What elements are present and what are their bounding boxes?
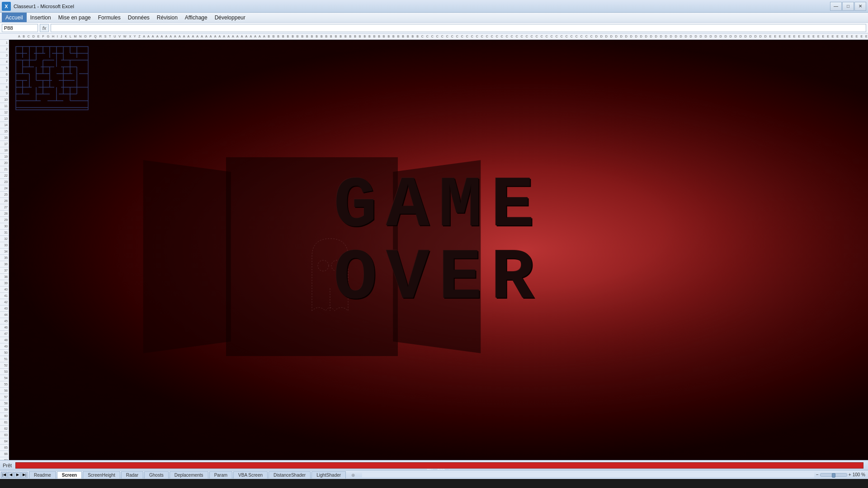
row-10: 10: [0, 97, 9, 103]
row-46: 46: [0, 324, 9, 331]
row-42: 42: [0, 299, 9, 305]
progress-bar: 0% - 838 pts: [15, 462, 863, 469]
tab-distance-shader[interactable]: DistanceShader: [269, 471, 311, 479]
first-sheet-button[interactable]: |◀: [1, 472, 7, 478]
zoom-in-icon[interactable]: +: [849, 472, 851, 477]
tunnel-left: [143, 160, 231, 353]
tab-extra: ⊕: [347, 472, 359, 479]
menu-insertion[interactable]: Insertion: [27, 13, 55, 22]
row-65: 65: [0, 445, 9, 451]
menu-donnees[interactable]: Données: [124, 13, 153, 22]
row-45: 45: [0, 318, 9, 324]
menu-mise-en-page[interactable]: Mise en page: [55, 13, 94, 22]
row-13: 13: [0, 116, 9, 122]
row-22: 22: [0, 173, 9, 179]
row-32: 32: [0, 236, 9, 242]
formula-bar: fx: [0, 23, 868, 33]
row-3: 3: [0, 52, 9, 59]
row-23: 23: [0, 179, 9, 185]
tab-light-shader[interactable]: LightShader: [311, 471, 346, 479]
row-56: 56: [0, 388, 9, 394]
tab-ghosts[interactable]: Ghosts: [144, 471, 169, 479]
row-34: 34: [0, 249, 9, 255]
row-6: 6: [0, 71, 9, 78]
row-27: 27: [0, 204, 9, 211]
formula-input[interactable]: [51, 24, 866, 32]
row-48: 48: [0, 337, 9, 343]
tab-deplacements[interactable]: Deplacements: [170, 471, 208, 479]
zoom-slider[interactable]: [820, 473, 847, 477]
row-24: 24: [0, 185, 9, 192]
row-16: 16: [0, 135, 9, 141]
svg-point-54: [318, 260, 329, 271]
row-33: 33: [0, 242, 9, 249]
menu-revision[interactable]: Révision: [153, 13, 181, 22]
row-5: 5: [0, 65, 9, 71]
row-59: 59: [0, 407, 9, 413]
over-text: OVER: [334, 243, 543, 315]
row-9: 9: [0, 90, 9, 97]
row-53: 53: [0, 369, 9, 375]
row-17: 17: [0, 141, 9, 147]
row-61: 61: [0, 419, 9, 426]
row-25: 25: [0, 192, 9, 198]
tab-param[interactable]: Param: [209, 471, 232, 479]
spreadsheet-area: 1 2 3 4 5 6 7 8 9 10 11 12 13 14 15 16 1…: [0, 40, 868, 460]
row-38: 38: [0, 274, 9, 280]
maximize-button[interactable]: □: [842, 2, 854, 11]
ready-status: Prêt: [3, 463, 12, 468]
row-54: 54: [0, 375, 9, 381]
menu-developpeur[interactable]: Développeur: [211, 13, 249, 22]
title-text: Classeur1 - Microsoft Excel: [14, 4, 830, 9]
tab-screenheight[interactable]: ScreenHeight: [83, 471, 120, 479]
game-over-display: GAME OVER: [334, 170, 543, 315]
tab-readme[interactable]: Readme: [29, 471, 56, 479]
row-11: 11: [0, 103, 9, 109]
bottom-bar: |◀ ◀ ▶ ▶| Readme Screen ScreenHeight Rad…: [0, 470, 868, 479]
sheet-navigation: |◀ ◀ ▶ ▶|: [0, 472, 29, 478]
row-12: 12: [0, 109, 9, 116]
status-bar: Prêt 0% - 838 pts: [0, 460, 868, 470]
row-41: 41: [0, 293, 9, 299]
zoom-out-icon[interactable]: −: [816, 472, 819, 477]
row-66: 66: [0, 451, 9, 457]
fx-icon: fx: [40, 24, 49, 32]
row-40: 40: [0, 286, 9, 293]
row-47: 47: [0, 331, 9, 337]
tab-screen[interactable]: Screen: [57, 471, 82, 479]
row-31: 31: [0, 230, 9, 236]
row-26: 26: [0, 198, 9, 204]
close-button[interactable]: ✕: [854, 2, 866, 11]
menu-formules[interactable]: Formules: [94, 13, 124, 22]
menu-accueil[interactable]: Accueil: [2, 13, 27, 22]
row-58: 58: [0, 400, 9, 407]
maze-display: [14, 44, 90, 112]
minimize-button[interactable]: —: [830, 2, 842, 11]
sheet-tabs: Readme Screen ScreenHeight Radar Ghosts …: [29, 471, 360, 479]
row-64: 64: [0, 438, 9, 445]
row-55: 55: [0, 381, 9, 388]
menu-affichage[interactable]: Affichage: [181, 13, 211, 22]
row-50: 50: [0, 350, 9, 356]
menu-bar: Accueil Insertion Mise en page Formules …: [0, 13, 868, 23]
last-sheet-button[interactable]: ▶|: [21, 472, 28, 478]
row-43: 43: [0, 305, 9, 312]
row-20: 20: [0, 160, 9, 166]
maze-svg: [14, 44, 90, 112]
next-sheet-button[interactable]: ▶: [14, 472, 21, 478]
tab-vba-screen[interactable]: VBA Screen: [233, 471, 268, 479]
prev-sheet-button[interactable]: ◀: [8, 472, 14, 478]
row-37: 37: [0, 267, 9, 274]
row-30: 30: [0, 223, 9, 230]
window-controls: — □ ✕: [830, 2, 866, 11]
row-28: 28: [0, 211, 9, 217]
cell-area[interactable]: GAME OVER: [9, 40, 868, 460]
row-39: 39: [0, 280, 9, 286]
zoom-level: 100 %: [853, 472, 865, 477]
row-15: 15: [0, 128, 9, 135]
row-62: 62: [0, 426, 9, 432]
row-numbers: 1 2 3 4 5 6 7 8 9 10 11 12 13 14 15 16 1…: [0, 40, 9, 460]
cell-reference-input[interactable]: [2, 24, 38, 32]
tab-radar[interactable]: Radar: [121, 471, 143, 479]
row-1: 1: [0, 40, 9, 46]
